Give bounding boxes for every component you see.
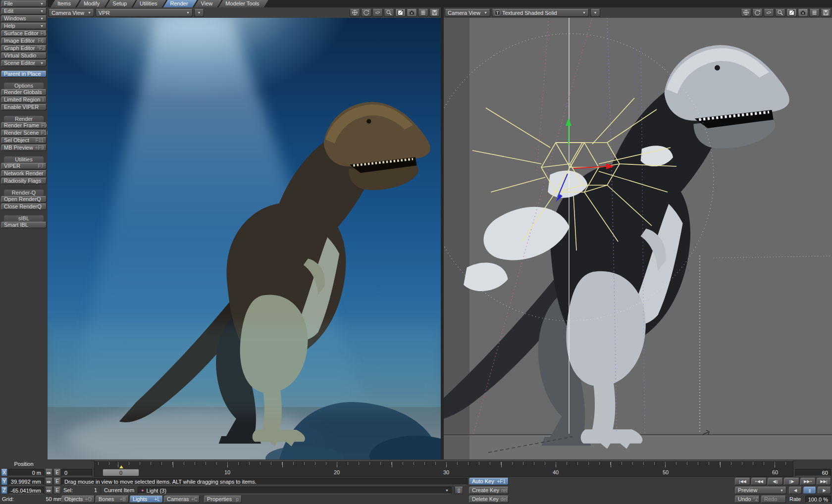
save-view-icon[interactable]: [429, 9, 440, 17]
item-list-mini-button[interactable]: ▯: [455, 487, 463, 494]
next-key-button[interactable]: ▶▶+: [800, 478, 816, 485]
save-view-icon[interactable]: [821, 9, 831, 17]
frame-start-field[interactable]: 0: [61, 469, 92, 476]
go-end-button[interactable]: ▶▶|: [817, 478, 831, 485]
pan-icon[interactable]: [741, 9, 751, 17]
z-axis-button[interactable]: Z: [1, 487, 7, 494]
x-axis-button[interactable]: X: [1, 469, 7, 476]
cameras-button[interactable]: Cameras+C: [164, 496, 200, 503]
tab-utilities[interactable]: Utilities: [133, 0, 166, 7]
scene-editor-button[interactable]: Scene Editor: [1, 60, 47, 66]
menu-file[interactable]: File: [1, 0, 47, 7]
pan-icon[interactable]: [350, 9, 360, 17]
y-position-field[interactable]: 39.9992 mm: [8, 478, 44, 485]
delete-key-button[interactable]: Delete Keydel: [469, 496, 509, 503]
x-position-field[interactable]: 0 m: [8, 469, 44, 476]
virtual-studio-button[interactable]: Virtual Studio: [1, 52, 47, 59]
orbit-icon[interactable]: [764, 9, 774, 17]
rotate-icon[interactable]: [361, 9, 371, 17]
surface-editor-button[interactable]: Surface EditorF5: [1, 30, 47, 37]
vpr-render-view[interactable]: [48, 18, 441, 459]
camera-icon[interactable]: [798, 9, 808, 17]
preview-dropdown[interactable]: Preview: [735, 487, 786, 494]
y-envelope-button[interactable]: E: [53, 478, 61, 485]
frame-end-field[interactable]: 60: [795, 469, 831, 476]
x-envelope-button[interactable]: E: [53, 469, 61, 476]
create-key-button[interactable]: Create Keyret: [469, 487, 509, 494]
timeline-slider-handle[interactable]: 0: [103, 469, 139, 476]
camera-icon[interactable]: [407, 9, 417, 17]
redo-button[interactable]: Redo: [761, 496, 786, 503]
current-item-dropdown[interactable]: ✦ Light (3): [138, 487, 452, 494]
next-frame-button[interactable]: ||▶: [784, 478, 799, 485]
render-mode-dropdown[interactable]: TTextured Shaded Solid: [492, 9, 589, 17]
properties-button[interactable]: Propertiesp: [204, 496, 242, 503]
sel-object-button[interactable]: Sel ObjectF11: [1, 137, 47, 144]
shaded-3d-view[interactable]: [444, 18, 832, 459]
rate-field[interactable]: 100.0 %: [805, 496, 831, 503]
image-editor-button[interactable]: Image EditorF6: [1, 38, 47, 44]
list-icon[interactable]: [809, 9, 820, 17]
x-stepper[interactable]: ◀▶: [45, 469, 52, 476]
tab-view[interactable]: View: [194, 0, 222, 7]
enable-viper-button[interactable]: Enable VIPER: [1, 104, 47, 110]
bones-button[interactable]: Bones+B: [96, 496, 129, 503]
close-renderq-button[interactable]: Close RenderQ: [1, 203, 47, 210]
render-globals-button[interactable]: Render Globals: [1, 89, 47, 96]
tab-render[interactable]: Render: [163, 0, 197, 7]
go-start-button[interactable]: |◀◀: [735, 478, 750, 485]
main-tab-bar: Items Modify Setup Utilities Render View…: [48, 0, 832, 7]
orbit-icon[interactable]: [372, 9, 383, 17]
tab-modify[interactable]: Modify: [77, 0, 108, 7]
z-stepper[interactable]: ◀▶: [45, 487, 52, 494]
viewport-menu-dropdown[interactable]: [590, 9, 600, 17]
maximize-icon[interactable]: [395, 9, 406, 17]
y-stepper[interactable]: ◀▶: [45, 478, 52, 485]
objects-button[interactable]: Objects+O: [61, 496, 95, 503]
view-type-dropdown[interactable]: Camera View: [49, 9, 94, 17]
viewport-menu-dropdown[interactable]: [194, 9, 204, 17]
limited-region-button[interactable]: Limited Regionl: [1, 97, 47, 103]
maximize-icon[interactable]: [786, 9, 797, 17]
mb-preview-button[interactable]: MB Preview+F9: [1, 145, 47, 151]
zoom-icon[interactable]: [384, 9, 394, 17]
options-group-header: Options: [4, 83, 44, 89]
renderq-group-header: Render-Q: [4, 190, 44, 196]
status-message: Drag mouse in view to move selected item…: [61, 478, 468, 485]
menu-windows[interactable]: Windows: [1, 15, 47, 22]
rotate-icon[interactable]: [752, 9, 763, 17]
lights-button[interactable]: Lights+L: [130, 496, 163, 503]
play-reverse-button[interactable]: ◀: [789, 487, 802, 494]
render-scene-button[interactable]: Render SceneF10: [1, 130, 47, 136]
current-item-label: Current Item: [104, 487, 134, 493]
undo-button[interactable]: Undo^Z: [735, 496, 760, 503]
prev-frame-button[interactable]: ◀||: [768, 478, 783, 485]
parent-in-place-button[interactable]: Parent in Place: [1, 71, 47, 77]
zoom-icon[interactable]: [775, 9, 785, 17]
z-envelope-button[interactable]: E: [53, 487, 61, 494]
play-button[interactable]: ▶: [818, 487, 831, 494]
render-mode-dropdown[interactable]: VPR: [96, 9, 193, 17]
graph-editor-button[interactable]: Graph Editor^F2: [1, 45, 47, 51]
smart-ibl-button[interactable]: Smart IBL: [1, 222, 47, 228]
pause-button[interactable]: ||: [803, 487, 816, 494]
menu-help[interactable]: Help: [1, 23, 47, 29]
tab-modeler-tools[interactable]: Modeler Tools: [218, 0, 268, 7]
z-position-field[interactable]: -65.0419mm: [8, 487, 44, 494]
view-type-dropdown[interactable]: Camera View: [445, 9, 490, 17]
tab-items[interactable]: Items: [51, 0, 80, 7]
auto-key-button[interactable]: Auto Key+F1: [469, 478, 509, 485]
ruler-tick-label: 50: [663, 469, 669, 475]
timeline-ruler[interactable]: 10 20 30 40 50 60 0: [94, 460, 793, 477]
viper-button[interactable]: VIPERF7: [1, 163, 47, 169]
list-icon[interactable]: [418, 9, 428, 17]
network-render-button[interactable]: Network Render: [1, 170, 47, 177]
spacer: [1, 185, 47, 189]
tab-setup[interactable]: Setup: [105, 0, 136, 7]
menu-edit[interactable]: Edit: [1, 8, 47, 14]
y-axis-button[interactable]: Y: [1, 478, 7, 485]
render-frame-button[interactable]: Render FrameF9: [1, 122, 47, 129]
radiosity-flags-button[interactable]: Radiosity Flags: [1, 178, 47, 184]
open-renderq-button[interactable]: Open RenderQ: [1, 196, 47, 202]
prev-key-button[interactable]: +◀◀: [751, 478, 767, 485]
